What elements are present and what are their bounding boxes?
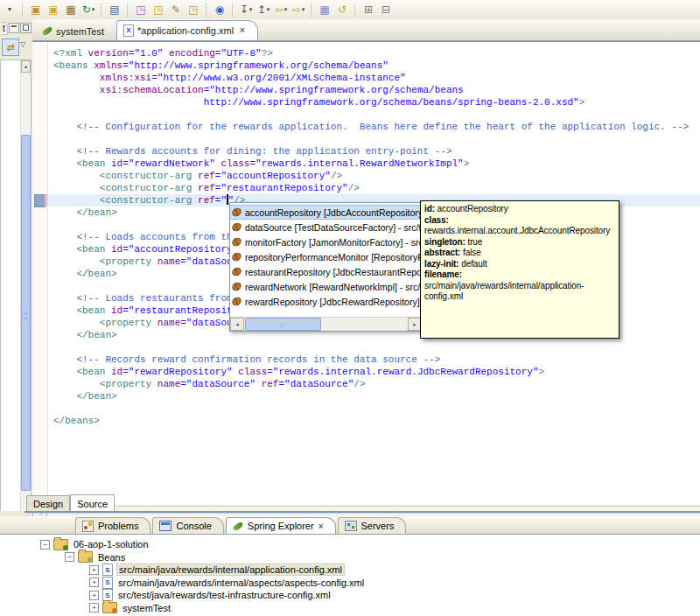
collapsed-left-view: t ⇄ ▽ ▲ (0, 19, 32, 511)
content-assist-item[interactable]: monitorFactory [JamonMonitorFactory] - s… (230, 234, 422, 249)
refresh-config-button[interactable]: ↺ (334, 2, 350, 18)
view-menu-icon[interactable]: ▽ (20, 40, 25, 48)
scrollbar-thumb[interactable] (21, 135, 31, 491)
tooltip-field-label: filename: (424, 270, 462, 279)
back-icon: ⇦ (275, 4, 284, 15)
tree-row[interactable]: +systemTest (0, 602, 700, 615)
tree-item-label: systemTest (121, 603, 172, 613)
export-button[interactable]: ↥▾ (256, 2, 271, 18)
left-view-scrollbar[interactable]: ▲ (20, 60, 31, 511)
new-package-icon: ▦ (66, 4, 75, 15)
new-package-button[interactable]: ▦ (63, 2, 79, 18)
spring-leaf-icon (232, 522, 244, 531)
beans-folder-icon (78, 551, 93, 563)
close-icon[interactable]: × (318, 522, 324, 531)
dropdown-caret-icon[interactable]: ▾ (284, 6, 288, 13)
collapsed-view-tab[interactable]: t (1, 22, 8, 35)
tree-row[interactable]: −06-aop-1-solution (0, 538, 700, 551)
code-line: <!-- Configuration for the rewards appli… (53, 121, 700, 133)
bean-icon (230, 281, 242, 293)
tree-expander-icon[interactable]: + (89, 565, 99, 575)
dropdown-caret-icon[interactable]: ▾ (249, 6, 253, 13)
show-view-icon: ▦ (319, 4, 329, 15)
open-resource-icon: ◳ (153, 4, 163, 15)
dropdown-caret-icon[interactable]: ▾ (302, 6, 305, 13)
toolbar-separator (232, 4, 234, 17)
content-assist-item[interactable]: dataSource [TestDataSourceFactory] - src… (230, 220, 422, 234)
link-with-editor-button[interactable]: ⇄ (2, 38, 19, 56)
open-folder-icon: ◳ (188, 4, 198, 15)
toolbar-separator (311, 4, 312, 17)
bean-icon (230, 236, 242, 248)
content-assist-item[interactable]: rewardNetwork [RewardNetworkImpl] - src/… (230, 279, 422, 294)
show-view-button[interactable]: ▦ (317, 2, 332, 18)
view-tab-console[interactable]: Console (152, 517, 223, 534)
tree-row[interactable]: +Ssrc/main/java/rewards/internal/aspects… (0, 577, 700, 590)
back-button[interactable]: ⇦▾ (273, 2, 289, 18)
close-icon[interactable]: × (240, 25, 245, 35)
editor-tab--application-config-xml[interactable]: X*application-config.xml× (116, 20, 258, 40)
spring-config-icon: S (102, 564, 113, 576)
dropdown-caret-icon[interactable]: ▾ (267, 6, 270, 13)
export-icon: ↥ (257, 4, 266, 15)
popup-hscrollbar[interactable]: ◄ ||| ► (230, 317, 422, 331)
maximize-view-button[interactable] (20, 23, 32, 33)
content-assist-item[interactable]: restaurantRepository [JdbcRestaurantRepo… (230, 264, 422, 279)
code-line: http://www.springframework.org/schema/be… (53, 96, 700, 108)
tab-source[interactable]: Source (70, 494, 115, 511)
tab-design[interactable]: Design (26, 495, 70, 511)
toolbar-separator (354, 4, 356, 17)
refresh-button[interactable]: ↻▾ (80, 2, 96, 18)
open-perspective-button[interactable]: ◳ (133, 2, 149, 18)
spring-project-icon (53, 539, 68, 550)
import-button[interactable]: ↧▾ (238, 2, 254, 18)
dropdown-caret-icon[interactable]: ▾ (92, 6, 95, 13)
content-assist-item-label: repositoryPerformanceMonitor [Repository… (245, 252, 422, 262)
toolbar-overflow-button[interactable]: ▾ (2, 2, 18, 18)
new-spring-project-button[interactable]: ▣ (28, 2, 44, 18)
expand-all-button[interactable]: ⊞ (360, 2, 376, 18)
tooltip-row: class: (424, 215, 615, 227)
forward-button[interactable]: ⇨▾ (290, 2, 306, 18)
content-assist-item[interactable]: rewardRepository [JdbcRewardRepository] … (230, 294, 422, 309)
toolbar-separator (206, 4, 207, 17)
content-assist-item-label: monitorFactory [JamonMonitorFactory] - s… (245, 237, 422, 248)
tree-expander-icon[interactable]: − (40, 540, 50, 550)
tree-row[interactable]: +Ssrc/main/java/rewards/internal/applica… (0, 564, 700, 577)
tree-row[interactable]: −Beans (0, 551, 700, 564)
minimize-view-button[interactable] (9, 23, 20, 33)
toolbar-separator (127, 4, 129, 17)
open-folder-button[interactable]: ◳ (186, 2, 201, 18)
content-assist-item[interactable]: accountRepository [JdbcAccountRepository… (230, 205, 422, 220)
tree-expander-icon[interactable]: + (89, 591, 99, 600)
annotate-button[interactable]: ✎ (168, 2, 184, 18)
view-tab-servers[interactable]: Servers (338, 517, 407, 534)
left-view-header: t (0, 19, 32, 37)
toolbar-separator (101, 4, 102, 17)
tree-expander-icon[interactable]: + (89, 578, 99, 587)
content-assist-item[interactable]: repositoryPerformanceMonitor [Repository… (230, 249, 422, 264)
open-type-button[interactable]: ▤ (107, 2, 122, 18)
left-view-content: ▲ (0, 60, 32, 511)
tree-expander-icon[interactable]: − (65, 552, 74, 562)
bean-icon (230, 296, 242, 308)
editor-tab-systemtest[interactable]: systemTest (36, 22, 116, 40)
view-tab-spring-explorer[interactable]: Spring Explorer× (226, 517, 336, 534)
web-browser-button[interactable]: ◉ (212, 2, 228, 18)
problems-icon (82, 521, 94, 532)
tree-item-label: 06-aop-1-solution (72, 539, 150, 550)
content-assist-popup: accountRepository [JdbcAccountRepository… (229, 202, 423, 332)
open-type-icon: ▤ (109, 4, 119, 15)
view-tab-problems[interactable]: Problems (75, 517, 150, 534)
tooltip-field-value: true (466, 237, 483, 247)
new-java-project-button[interactable]: ▣ (46, 2, 61, 18)
popup-scroll-left-icon[interactable]: ◄ (230, 318, 244, 331)
editor-gutter[interactable] (32, 42, 48, 505)
scroll-up-arrow-icon[interactable]: ▲ (21, 60, 31, 73)
bean-icon (230, 251, 242, 263)
collapse-all-button[interactable]: ⊟ (378, 2, 394, 18)
popup-scrollbar-thumb[interactable]: ||| (245, 318, 321, 331)
tree-expander-icon[interactable]: + (89, 603, 99, 612)
spring-config-icon: S (102, 589, 113, 601)
open-resource-button[interactable]: ◳ (150, 2, 166, 18)
